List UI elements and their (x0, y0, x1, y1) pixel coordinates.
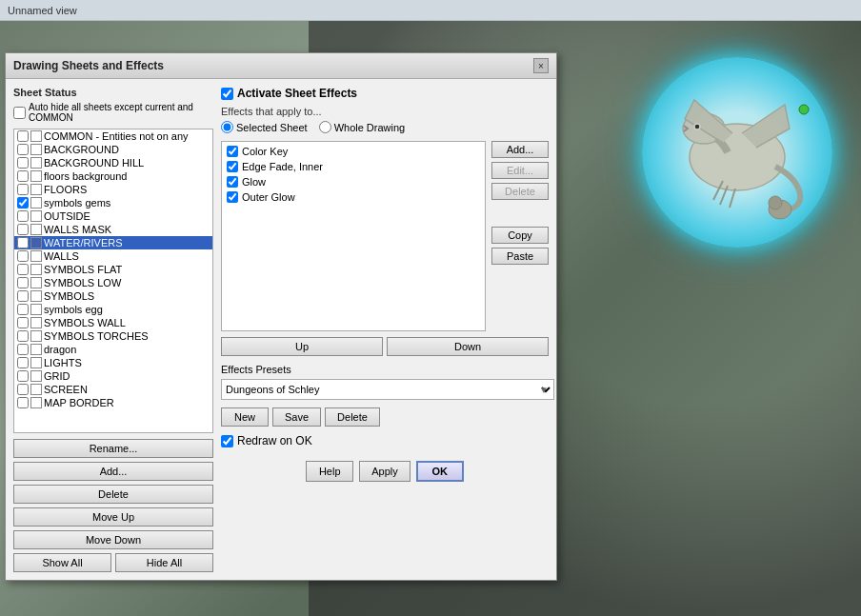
delete-sheet-button[interactable]: Delete (13, 485, 213, 504)
sheet-checkbox[interactable] (17, 210, 29, 222)
dialog-titlebar: Drawing Sheets and Effects × (6, 53, 556, 79)
sheet-color-box (30, 304, 42, 315)
presets-label: Effects Presets (221, 364, 549, 375)
sheet-item[interactable]: LIGHTS (14, 356, 212, 369)
sheet-checkbox[interactable] (17, 277, 29, 288)
sheet-checkbox[interactable] (17, 157, 29, 169)
edit-effect-button[interactable]: Edit... (491, 162, 549, 179)
sheet-checkbox[interactable] (17, 330, 29, 342)
sheet-item[interactable]: SYMBOLS WALL (14, 316, 212, 329)
radio-selected-input[interactable] (221, 121, 233, 133)
show-hide-row: Show All Hide All (13, 553, 213, 572)
effect-item[interactable]: Edge Fade, Inner (224, 159, 483, 174)
rename-button[interactable]: Rename... (13, 439, 213, 458)
move-down-button[interactable]: Move Down (13, 530, 213, 549)
sheet-checkbox[interactable] (17, 370, 29, 382)
drawing-sheets-dialog: Drawing Sheets and Effects × Sheet Statu… (5, 52, 557, 581)
sheet-item[interactable]: symbols egg (14, 303, 212, 316)
effect-checkbox[interactable] (227, 146, 238, 157)
sheet-color-box (30, 330, 42, 342)
sheet-item[interactable]: OUTSIDE (14, 209, 212, 223)
close-button[interactable]: × (533, 58, 549, 73)
sheet-item[interactable]: WALLS (14, 249, 212, 263)
sheet-checkbox[interactable] (17, 397, 29, 408)
sheet-item[interactable]: BACKGROUND HILL (14, 156, 212, 169)
sheet-checkbox[interactable] (17, 317, 29, 328)
up-down-row: Up Down (221, 337, 549, 356)
dialog-body: Sheet Status Auto hide all sheets except… (6, 79, 556, 580)
sheet-checkbox[interactable] (17, 384, 29, 395)
sheet-item[interactable]: floors background (14, 169, 212, 183)
sheet-checkbox[interactable] (17, 290, 29, 302)
redraw-checkbox[interactable] (221, 435, 233, 447)
sheet-checkbox[interactable] (17, 184, 29, 195)
help-button[interactable]: Help (306, 461, 353, 482)
radio-whole-drawing[interactable]: Whole Drawing (319, 121, 406, 133)
sheet-color-box (30, 384, 42, 395)
sheet-item[interactable]: COMMON - Entities not on any (14, 129, 212, 143)
auto-hide-checkbox[interactable] (13, 107, 26, 119)
sheet-item[interactable]: SYMBOLS FLAT (14, 263, 212, 276)
sheet-item[interactable]: MAP BORDER (14, 396, 212, 409)
sheet-color-box (30, 224, 42, 235)
radio-whole-input[interactable] (319, 121, 331, 133)
sheet-item[interactable]: SCREEN (14, 383, 212, 396)
sheet-checkbox[interactable] (17, 344, 29, 355)
up-button[interactable]: Up (221, 337, 383, 356)
delete-preset-button[interactable]: Delete (325, 407, 380, 427)
sheet-item[interactable]: BACKGROUND (14, 143, 212, 156)
sheet-item[interactable]: dragon (14, 343, 212, 356)
new-preset-button[interactable]: New (221, 407, 269, 427)
apply-button[interactable]: Apply (359, 461, 410, 482)
sheet-item[interactable]: SYMBOLS (14, 289, 212, 303)
move-up-button[interactable]: Move Up (13, 507, 213, 527)
sheet-checkbox[interactable] (17, 130, 29, 142)
add-sheet-button[interactable]: Add... (13, 462, 213, 481)
sheet-item[interactable]: SYMBOLS TORCHES (14, 329, 212, 343)
ok-button[interactable]: OK (416, 461, 464, 482)
effect-item[interactable]: Color Key (224, 144, 483, 159)
effect-checkbox[interactable] (227, 191, 238, 203)
sheet-checkbox[interactable] (17, 237, 29, 248)
save-preset-button[interactable]: Save (272, 407, 321, 427)
sheet-checkbox[interactable] (17, 304, 29, 315)
sheet-checkbox[interactable] (17, 197, 29, 209)
down-button[interactable]: Down (387, 337, 549, 356)
sheet-checkbox[interactable] (17, 170, 29, 182)
effect-checkbox[interactable] (227, 161, 238, 172)
paste-effect-button[interactable]: Paste (491, 248, 549, 265)
radio-whole-label: Whole Drawing (334, 122, 406, 133)
sheet-item[interactable]: symbols gems (14, 196, 212, 209)
sheet-item[interactable]: GRID (14, 369, 212, 383)
auto-hide-label: Auto hide all sheets except current and … (29, 102, 213, 123)
sheet-checkbox[interactable] (17, 250, 29, 262)
sheet-color-box (30, 250, 42, 262)
preset-buttons-row: New Save Delete (221, 407, 549, 427)
add-effect-button[interactable]: Add... (491, 141, 549, 158)
sheet-item-label: WALLS MASK (44, 224, 111, 235)
sheet-item-label: SYMBOLS TORCHES (44, 330, 149, 342)
sheet-color-box (30, 357, 42, 368)
effect-checkbox[interactable] (227, 176, 238, 188)
sheet-checkbox[interactable] (17, 144, 29, 155)
delete-effect-button[interactable]: Delete (491, 183, 549, 200)
sheet-item[interactable]: FLOORS (14, 183, 212, 196)
sheet-checkbox[interactable] (17, 224, 29, 235)
hide-all-button[interactable]: Hide All (115, 553, 213, 572)
effects-list[interactable]: Color KeyEdge Fade, InnerGlowOuter Glow (221, 141, 486, 331)
sheet-checkbox[interactable] (17, 264, 29, 275)
show-all-button[interactable]: Show All (13, 553, 111, 572)
effect-item[interactable]: Outer Glow (224, 189, 483, 205)
sheet-item[interactable]: WALLS MASK (14, 223, 212, 236)
copy-effect-button[interactable]: Copy (491, 227, 549, 244)
sheet-list[interactable]: COMMON - Entities not on anyBACKGROUNDBA… (13, 129, 213, 433)
effects-apply-row: Effects that apply to... (221, 106, 549, 117)
activate-effects-checkbox[interactable] (221, 88, 233, 100)
effect-item[interactable]: Glow (224, 174, 483, 189)
sheet-item[interactable]: SYMBOLS LOW (14, 276, 212, 289)
presets-dropdown[interactable]: Dungeons of Schley (221, 379, 554, 400)
auto-hide-row: Auto hide all sheets except current and … (13, 102, 213, 123)
sheet-item[interactable]: WATER/RIVERS (14, 236, 212, 249)
radio-selected-sheet[interactable]: Selected Sheet (221, 121, 308, 133)
sheet-checkbox[interactable] (17, 357, 29, 368)
